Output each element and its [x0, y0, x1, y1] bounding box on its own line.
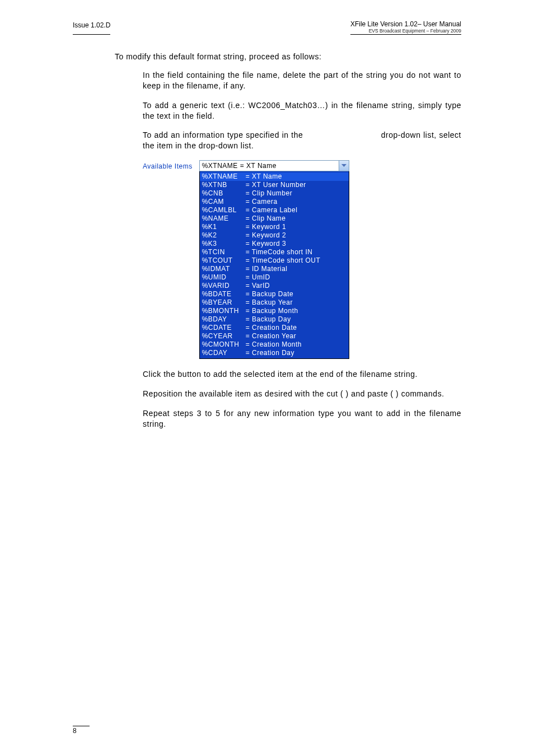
list-item[interactable]: %K1= Keyword 1	[200, 223, 349, 231]
list-item-value: = Keyword 2	[246, 231, 346, 240]
list-item[interactable]: %K3= Keyword 3	[200, 240, 349, 248]
list-item[interactable]: %BMONTH= Backup Month	[200, 307, 349, 315]
step-3: To add an information type specified in …	[143, 130, 461, 151]
list-item-value: = VarID	[246, 282, 346, 290]
list-item-value: = Backup Month	[246, 307, 346, 315]
list-item-key: %UMID	[202, 273, 246, 282]
available-items-listbox[interactable]: %XTNAME= XT Name%XTNB= XT User Number%CN…	[199, 171, 349, 359]
list-item[interactable]: %NAME= Clip Name	[200, 214, 349, 223]
list-item-key: %CNB	[202, 189, 246, 198]
list-item[interactable]: %CAMLBL= Camera Label	[200, 206, 349, 214]
list-item-key: %TCOUT	[202, 256, 246, 265]
list-item-key: %XTNAME	[202, 172, 246, 181]
list-item-value: = Clip Name	[246, 214, 346, 223]
list-item-key: %IDMAT	[202, 265, 246, 273]
list-item-key: %CMONTH	[202, 340, 246, 349]
list-item[interactable]: %VARID= VarID	[200, 282, 349, 290]
list-item-value: = Creation Date	[246, 324, 346, 332]
list-item-value: = Clip Number	[246, 189, 346, 198]
list-item[interactable]: %XTNAME= XT Name	[200, 172, 349, 181]
list-item-value: = Backup Day	[246, 315, 346, 324]
list-item-value: = Keyword 1	[246, 223, 346, 231]
list-item-key: %CYEAR	[202, 332, 246, 340]
list-item-key: %BYEAR	[202, 298, 246, 307]
list-item-key: %CDATE	[202, 324, 246, 332]
list-item[interactable]: %CDAY= Creation Day	[200, 349, 349, 357]
step-4: Click the button to add the selected ite…	[143, 369, 461, 380]
combo-dropdown-button[interactable]	[339, 161, 349, 171]
header-sub: EVS Broadcast Equipment – February 2009	[350, 28, 461, 34]
list-item-value: = Camera	[246, 198, 346, 206]
list-item-key: %VARID	[202, 282, 246, 290]
list-item-key: %CAM	[202, 198, 246, 206]
combo-selected-value: %XTNAME = XT Name	[200, 161, 339, 171]
list-item[interactable]: %XTNB= XT User Number	[200, 181, 349, 189]
list-item-key: %CAMLBL	[202, 206, 246, 214]
list-item[interactable]: %CAM= Camera	[200, 198, 349, 206]
list-item-key: %K2	[202, 231, 246, 240]
list-item-key: %BDAY	[202, 315, 246, 324]
list-item-value: = Keyword 3	[246, 240, 346, 248]
list-item-value: = TimeCode short OUT	[246, 256, 346, 265]
step-5: Reposition the available item as desired…	[143, 389, 461, 399]
chevron-down-icon	[341, 164, 346, 167]
list-item-value: = Creation Month	[246, 340, 346, 349]
list-item-value: = Creation Day	[246, 349, 346, 357]
list-item[interactable]: %CMONTH= Creation Month	[200, 340, 349, 349]
list-item[interactable]: %BDATE= Backup Date	[200, 290, 349, 298]
list-item[interactable]: %BYEAR= Backup Year	[200, 298, 349, 307]
list-item-value: = XT Name	[246, 172, 346, 181]
list-item[interactable]: %BDAY= Backup Day	[200, 315, 349, 324]
list-item[interactable]: %CNB= Clip Number	[200, 189, 349, 198]
list-item-key: %XTNB	[202, 181, 246, 189]
list-item-key: %BMONTH	[202, 307, 246, 315]
list-item-value: = TimeCode short IN	[246, 248, 346, 256]
list-item-value: = Camera Label	[246, 206, 346, 214]
list-item-value: = Creation Year	[246, 332, 346, 340]
step-3a: To add an information type specified in …	[143, 130, 306, 139]
list-item-value: = Backup Date	[246, 290, 346, 298]
list-item[interactable]: %K2= Keyword 2	[200, 231, 349, 240]
header-title: XFile Lite Version 1.02– User Manual	[350, 20, 461, 28]
header-issue: Issue 1.02.D	[73, 21, 110, 35]
list-item[interactable]: %CDATE= Creation Date	[200, 324, 349, 332]
list-item-key: %K1	[202, 223, 246, 231]
list-item[interactable]: %CYEAR= Creation Year	[200, 332, 349, 340]
available-items-combo[interactable]: %XTNAME = XT Name	[199, 160, 349, 171]
list-item-value: = ID Material	[246, 265, 346, 273]
step-1: In the field containing the file name, d…	[143, 70, 461, 91]
list-item-key: %TCIN	[202, 248, 246, 256]
intro-text: To modify this default format string, pr…	[115, 52, 461, 62]
step-6: Repeat steps 3 to 5 for any new informat…	[143, 408, 461, 430]
list-item[interactable]: %UMID= UmID	[200, 273, 349, 282]
svg-marker-0	[341, 164, 346, 167]
step-2: To add a generic text (i.e.: WC2006_Matc…	[143, 100, 461, 122]
list-item[interactable]: %IDMAT= ID Material	[200, 265, 349, 273]
list-item[interactable]: %TCIN= TimeCode short IN	[200, 248, 349, 256]
available-items-label: Available Items	[143, 160, 194, 171]
list-item-key: %BDATE	[202, 290, 246, 298]
list-item-key: %CDAY	[202, 349, 246, 357]
list-item[interactable]: %TCOUT= TimeCode short OUT	[200, 256, 349, 265]
list-item-value: = UmID	[246, 273, 346, 282]
list-item-value: = Backup Year	[246, 298, 346, 307]
list-item-key: %K3	[202, 240, 246, 248]
page-number: 8	[73, 726, 90, 735]
list-item-value: = XT User Number	[246, 181, 346, 189]
list-item-key: %NAME	[202, 214, 246, 223]
